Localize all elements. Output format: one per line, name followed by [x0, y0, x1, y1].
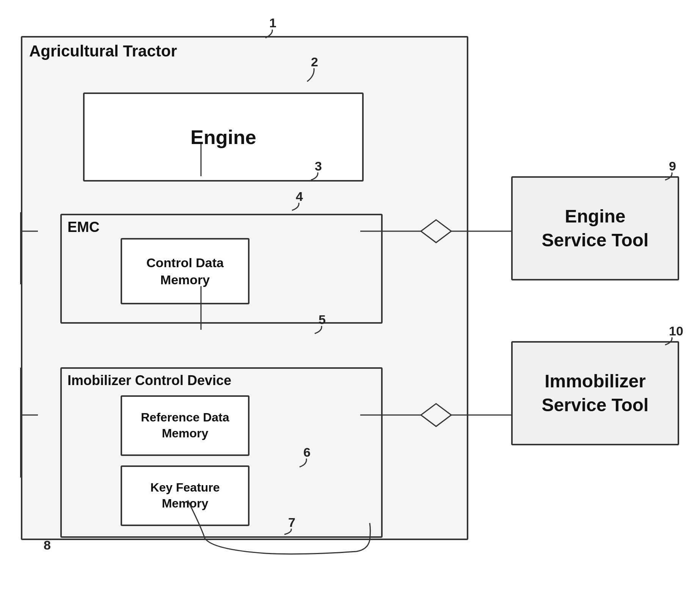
- control-data-memory-box: Control DataMemory: [121, 238, 250, 304]
- diagram-container: Agricultural Tractor Engine EMC Control …: [0, 0, 700, 603]
- emc-box: EMC Control DataMemory: [60, 214, 383, 324]
- control-data-memory-label: Control DataMemory: [146, 254, 224, 288]
- tractor-label: Agricultural Tractor: [29, 42, 177, 60]
- immobilizer-box: Imobilizer Control Device Reference Data…: [60, 367, 383, 538]
- ref-num-9: 9: [669, 159, 676, 173]
- immobilizer-label: Imobilizer Control Device: [67, 373, 231, 388]
- key-feature-memory-label: Key FeatureMemory: [150, 480, 220, 511]
- engine-service-tool-box: EngineService Tool: [511, 176, 679, 280]
- key-feature-memory-box: Key FeatureMemory: [121, 465, 250, 526]
- reference-data-memory-label: Reference DataMemory: [141, 410, 229, 441]
- tractor-box: Agricultural Tractor Engine EMC Control …: [21, 36, 468, 540]
- ref-num-1: 1: [269, 16, 276, 30]
- engine-service-tool-label: EngineService Tool: [542, 205, 649, 252]
- immobilizer-service-tool-label: ImmobilizerService Tool: [542, 370, 649, 417]
- ref-num-10: 10: [669, 324, 683, 338]
- engine-box: Engine: [83, 92, 364, 182]
- immobilizer-service-tool-box: ImmobilizerService Tool: [511, 341, 679, 445]
- emc-label: EMC: [67, 219, 99, 235]
- reference-data-memory-box: Reference DataMemory: [121, 395, 250, 456]
- engine-label: Engine: [190, 126, 256, 149]
